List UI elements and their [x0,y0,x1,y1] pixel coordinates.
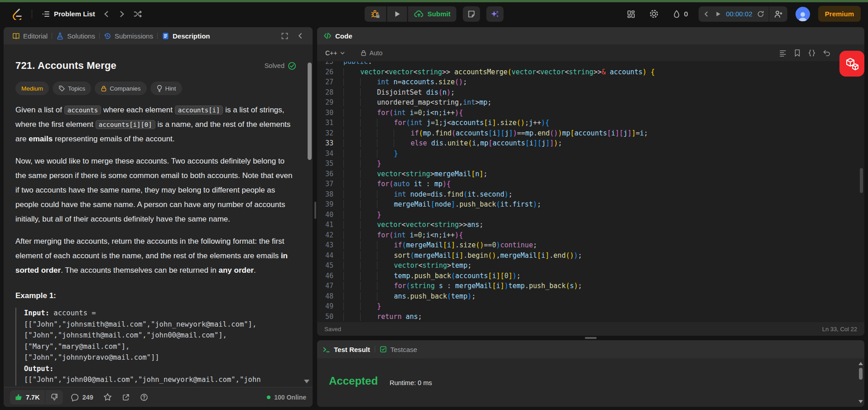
user-avatar[interactable] [796,7,810,21]
code-line[interactable]: 36 vector<string>mergeMail[n]; [317,169,864,179]
layout-button[interactable] [624,7,638,21]
tab-test-result[interactable]: Test Result [323,346,370,353]
chevron-right-icon [118,10,126,18]
panel-resize-handle-vertical[interactable] [314,202,316,219]
help-button[interactable] [138,391,150,403]
format-code-button[interactable] [779,49,787,57]
person-add-icon [774,10,783,19]
code-line[interactable]: 29 unordered_map<string,int>mp; [317,97,864,108]
code-line[interactable]: 39 mergeMail[node].push_back(it.first); [317,199,864,210]
result-scrollbar-thumb[interactable] [859,368,863,380]
tab-description[interactable]: Description [158,32,214,40]
invite-collaborator-button[interactable] [771,10,786,19]
problem-list-button[interactable]: Problem List [39,7,98,21]
settings-button[interactable] [646,6,661,21]
debug-button[interactable] [365,6,386,22]
run-play-icon [393,10,401,18]
reset-code-button[interactable] [823,49,831,57]
tab-solutions[interactable]: Solutions [52,32,99,40]
braces-button[interactable] [808,49,816,57]
collapse-panel-button[interactable] [293,32,308,39]
chevron-left-icon [102,10,111,18]
code-line[interactable]: 27 int n=accounts.size(); [317,77,864,87]
lock-icon [361,50,366,56]
notes-button[interactable] [463,6,480,22]
scroll-up-arrow[interactable] [858,362,863,365]
share-button[interactable] [120,391,132,403]
code-line[interactable]: 28 DisjointSet dis(n); [317,87,864,98]
next-problem-button[interactable] [115,7,129,21]
dislike-button[interactable] [45,390,63,405]
code-line[interactable]: 37 for(auto it : mp){ [317,179,864,189]
scroll-down-indicator[interactable] [304,380,309,383]
code-line[interactable]: 44 sort(mergeMail[i].begin(),mergeMail[i… [317,251,864,261]
description-panel: Editorial Solutions Submissions [4,27,313,407]
difficulty-badge[interactable]: Medium [15,82,49,95]
autocomplete-label: Auto [369,49,382,57]
tab-submissions[interactable]: Submissions [100,32,157,40]
timer-collapse-button[interactable] [700,11,712,17]
code-line[interactable]: 46 temp.push_back(accounts[i][0]); [317,271,864,281]
bookmark-button[interactable] [794,49,801,57]
timer-reset-button[interactable] [754,10,767,18]
topics-chip[interactable]: Topics [53,82,91,95]
code-line[interactable]: 42 for(int i=0;i<n;i++){ [317,230,864,241]
code-line[interactable]: 41 vector<vector<string>>ans; [317,220,864,230]
flame-icon [672,10,681,19]
code-line[interactable]: 43 if(mergeMail[i].size()==0)continue; [317,240,864,251]
test-result-panel: Test Result Testcase Accepted Runtime: 0… [317,340,864,407]
shuffle-button[interactable] [130,7,145,21]
code-line[interactable]: 48 ans.push_back(temp); [317,291,864,302]
daily-streak-button[interactable]: 0 [670,7,690,21]
run-button[interactable] [387,6,407,22]
favorite-button[interactable] [101,391,114,403]
code-line[interactable]: 30 for(int i=0;i<n;i++){ [317,108,864,118]
code-line[interactable]: 38 int node=dis.find(it.second); [317,189,864,200]
code-line[interactable]: 31 for(int j=1;j<accounts[i].size();j++)… [317,118,864,128]
code-line[interactable]: 34 } [317,149,864,159]
thumbs-down-icon [50,393,58,401]
workspace: Editorial Solutions Submissions [4,27,864,407]
comments-button[interactable]: 249 [69,391,95,403]
description-scrollbar-thumb[interactable] [308,63,312,160]
example-line: ["John","johnnybravo@mail.com"]] [24,352,296,363]
code-line[interactable]: 35 } [317,159,864,169]
like-button[interactable]: 7.7K [10,390,45,405]
code-line[interactable]: 50 return ans; [317,312,864,322]
timer-widget: 00:00:02 [699,6,787,22]
result-scrollbar[interactable] [858,362,863,403]
tab-label: Description [173,32,210,40]
code-editor[interactable]: 25public:26 vector<vector<string>> accou… [317,62,864,322]
extension-badge[interactable] [839,51,864,77]
code-line[interactable]: 47 for(string s : mergeMail[i])temp.push… [317,281,864,291]
ai-assistant-button[interactable] [486,6,503,22]
leetcode-logo-icon [12,8,23,20]
code-line[interactable]: 45 vector<string>temp; [317,260,864,271]
scroll-down-arrow[interactable] [858,400,863,403]
tab-editorial[interactable]: Editorial [8,32,52,40]
thumbs-up-icon [15,393,23,401]
editor-scrollbar-thumb[interactable] [860,168,863,193]
fullscreen-button[interactable] [277,32,293,40]
code-line[interactable]: 25public: [317,62,864,67]
code-line[interactable]: 49 } [317,301,864,312]
save-status: Saved [324,326,341,333]
code-line[interactable]: 26 vector<vector<string>> accountsMerge(… [317,67,864,77]
submit-button[interactable]: Submit [408,6,457,22]
code-line[interactable]: 33 else dis.unite(i,mp[accounts[i][j]]); [317,138,864,149]
leetcode-logo[interactable] [9,5,25,23]
language-selector[interactable]: C++ [323,48,348,58]
language-label: C++ [325,49,337,57]
hint-chip[interactable]: Hint [150,82,182,95]
timer-play-button[interactable] [712,11,724,17]
prev-problem-button[interactable] [100,7,113,21]
autocomplete-toggle[interactable]: Auto [358,48,385,58]
code-line[interactable]: 40 } [317,210,864,220]
companies-chip[interactable]: Companies [95,82,146,95]
panel-resize-handle[interactable] [585,337,597,339]
divider [32,10,32,19]
premium-button[interactable]: Premium [818,6,861,22]
example-label: Example 1: [15,291,296,300]
tab-testcase[interactable]: Testcase [380,346,417,353]
code-line[interactable]: 32 if(mp.find(accounts[i][j])==mp.end())… [317,128,864,139]
